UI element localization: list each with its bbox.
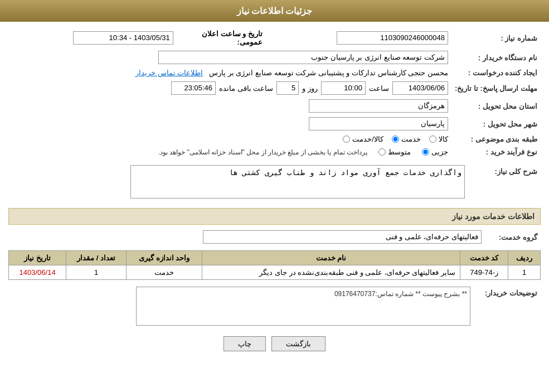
- creator-text: محسن حتجی کارشناس تدارکات و پشتیبانی شرک…: [209, 69, 448, 77]
- col-service-code: کد خدمت: [460, 251, 508, 265]
- buyer-notes-row: توضیحات خریدار: ** بشرح پیوست ** شماره ت…: [8, 284, 541, 328]
- purchase-type-label: نوع فرآیند خرید :: [451, 146, 541, 158]
- services-header-row: ردیف کد خدمت نام خدمت واحد اندازه گیری ت…: [9, 251, 541, 265]
- main-content: شماره نیاز : 1103090246000048 تاریخ و سا…: [0, 22, 549, 365]
- services-table-body: 1 ز-74-749 سایر فعالیتهای حرفه‌ای، علمی …: [9, 265, 541, 280]
- deadline-label: مهلت ارسال پاسخ: تا تاریخ:: [451, 79, 541, 97]
- col-quantity: تعداد / مقدار: [66, 251, 127, 265]
- creator-label: ایجاد کننده درخواست :: [451, 66, 541, 79]
- cell-quantity: 1: [66, 265, 127, 280]
- col-row-num: ردیف: [508, 251, 541, 265]
- service-group-label: گروه خدمت:: [485, 228, 541, 246]
- category-kala-khedmat-radio[interactable]: [343, 135, 350, 143]
- city-value: پارسیان: [8, 115, 451, 133]
- purchase-jozi-option[interactable]: جزیی: [422, 148, 448, 156]
- deadline-row: مهلت ارسال پاسخ: تا تاریخ: 1403/06/06 سا…: [8, 79, 541, 97]
- response-remaining-field: 23:05:46: [171, 81, 216, 95]
- request-number-field: 1103090246000048: [337, 31, 448, 45]
- back-button[interactable]: بازگشت: [271, 336, 325, 351]
- purchase-note: پرداخت تمام یا بخشی از مبلغ خریدار از مح…: [158, 148, 367, 156]
- description-textarea[interactable]: واگذاری خدمات جمع آوری مواد زاند و طناب …: [130, 165, 465, 199]
- buyer-notes-value: ** بشرح پیوست ** شماره تماس:09176470737: [8, 284, 474, 328]
- request-number-row: شماره نیاز : 1103090246000048 تاریخ و سا…: [8, 27, 541, 49]
- page-header: جزئیات اطلاعات نیاز: [0, 0, 549, 22]
- col-unit: واحد اندازه گیری: [127, 251, 202, 265]
- category-kala-khedmat-option[interactable]: کالا/خدمت: [343, 135, 383, 143]
- page-container: جزئیات اطلاعات نیاز شماره نیاز : 1103090…: [0, 0, 549, 392]
- info-table: شماره نیاز : 1103090246000048 تاریخ و سا…: [8, 27, 541, 158]
- announce-date-field: 1403/05/31 - 10:34: [73, 31, 173, 45]
- category-kala-khedmat-label: کالا/خدمت: [352, 135, 383, 143]
- description-row: شرح کلی نیاز: واگذاری خدمات جمع آوری موا…: [8, 163, 541, 202]
- creator-value: محسن حتجی کارشناس تدارکات و پشتیبانی شرک…: [8, 66, 451, 79]
- creator-link[interactable]: اطلاعات تماس خریدار: [135, 69, 203, 77]
- response-time-label: ساعت: [369, 84, 389, 93]
- city-field: پارسیان: [309, 117, 448, 130]
- purchase-type-value: جزیی متوسط پرداخت تمام یا بخشی از مبلغ خ…: [8, 146, 451, 158]
- category-khedmat-radio[interactable]: [392, 135, 399, 143]
- services-section-title: اطلاعات خدمات مورد نیاز: [8, 208, 541, 225]
- request-number-value: 1103090246000048: [266, 27, 451, 49]
- page-title: جزئیات اطلاعات نیاز: [237, 6, 313, 16]
- buyer-notes-table: توضیحات خریدار: ** بشرح پیوست ** شماره ت…: [8, 284, 541, 328]
- purchase-jozi-label: جزیی: [431, 148, 448, 156]
- response-remaining-label: ساعت باقی مانده: [219, 84, 273, 93]
- response-date-field: 1403/06/06: [392, 81, 448, 95]
- service-group-value: فعالیتهای حرفه‌ای، علمی و فنی: [8, 228, 485, 246]
- buyer-name-field: شرکت توسعه صنایع انرژی بر پارسیان جنوب: [158, 51, 448, 64]
- deadline-value: 1403/06/06 ساعت 10:00 روز و 5 ساعت باقی …: [8, 79, 451, 97]
- buyer-name-row: نام دستگاه خریدار : شرکت توسعه صنایع انر…: [8, 49, 541, 66]
- announce-date-value: 1403/05/31 - 10:34: [8, 27, 177, 49]
- description-table: شرح کلی نیاز: واگذاری خدمات جمع آوری موا…: [8, 163, 541, 202]
- response-days-field: 5: [276, 81, 299, 95]
- service-group-row: گروه خدمت: فعالیتهای حرفه‌ای، علمی و فنی: [8, 228, 541, 246]
- category-khedmat-option[interactable]: خدمت: [392, 135, 421, 143]
- service-group-table: گروه خدمت: فعالیتهای حرفه‌ای، علمی و فنی: [8, 228, 541, 246]
- table-row: 1 ز-74-749 سایر فعالیتهای حرفه‌ای، علمی …: [9, 265, 541, 280]
- services-table-head: ردیف کد خدمت نام خدمت واحد اندازه گیری ت…: [9, 251, 541, 265]
- buttons-row: بازگشت چاپ: [8, 336, 541, 351]
- category-radio-group: کالا خدمت کالا/خدمت: [343, 135, 448, 143]
- services-table: ردیف کد خدمت نام خدمت واحد اندازه گیری ت…: [8, 250, 541, 280]
- request-number-label: شماره نیاز :: [451, 27, 541, 49]
- province-row: استان محل تحویل : هرمزگان: [8, 97, 541, 115]
- cell-row-num: 1: [508, 265, 541, 280]
- category-kala-label: کالا: [439, 135, 448, 143]
- category-khedmat-label: خدمت: [401, 135, 421, 143]
- cell-date: 1403/06/14: [9, 265, 66, 280]
- buyer-notes-text: ** بشرح پیوست ** شماره تماس:09176470737: [334, 290, 467, 298]
- service-group-field: فعالیتهای حرفه‌ای، علمی و فنی: [203, 230, 482, 244]
- col-service-name: نام خدمت: [202, 251, 460, 265]
- province-value: هرمزگان: [8, 97, 451, 115]
- buyer-notes-label: توضیحات خریدار:: [474, 284, 541, 328]
- cell-unit: خدمت: [127, 265, 202, 280]
- buyer-name-value: شرکت توسعه صنایع انرژی بر پارسیان جنوب: [8, 49, 451, 66]
- city-label: شهر محل تحویل :: [451, 115, 541, 133]
- deadline-inputs: 1403/06/06 ساعت 10:00 روز و 5 ساعت باقی …: [12, 81, 448, 95]
- category-options: کالا خدمت کالا/خدمت: [8, 133, 451, 146]
- response-days-label: روز و: [302, 84, 318, 93]
- purchase-motavaset-radio[interactable]: [378, 148, 386, 156]
- category-kala-option[interactable]: کالا: [429, 135, 448, 143]
- creator-row: ایجاد کننده درخواست : محسن حتجی کارشناس …: [8, 66, 541, 79]
- purchase-motavaset-option[interactable]: متوسط: [378, 148, 411, 156]
- response-time-field: 10:00: [321, 81, 366, 95]
- buyer-notes-field: ** بشرح پیوست ** شماره تماس:09176470737: [136, 287, 470, 326]
- purchase-type-row: نوع فرآیند خرید : جزیی متوسط پرداخت تمام…: [8, 146, 541, 158]
- announce-date-label: تاریخ و ساعت اعلان عمومی:: [177, 27, 266, 49]
- purchase-type-container: جزیی متوسط پرداخت تمام یا بخشی از مبلغ خ…: [12, 148, 448, 156]
- category-kala-radio[interactable]: [429, 135, 436, 143]
- cell-service-code: ز-74-749: [460, 265, 508, 280]
- description-label: شرح کلی نیاز:: [468, 163, 541, 202]
- description-value: واگذاری خدمات جمع آوری مواد زاند و طناب …: [8, 163, 468, 202]
- purchase-motavaset-label: متوسط: [388, 148, 411, 156]
- province-label: استان محل تحویل :: [451, 97, 541, 115]
- purchase-jozi-radio[interactable]: [422, 148, 429, 156]
- print-button[interactable]: چاپ: [224, 336, 266, 351]
- province-field: هرمزگان: [309, 99, 448, 113]
- cell-service-name: سایر فعالیتهای حرفه‌ای، علمی و فنی طبقه‌…: [202, 265, 460, 280]
- city-row: شهر محل تحویل : پارسیان: [8, 115, 541, 133]
- category-label: طبقه بندی موضوعی :: [451, 133, 541, 146]
- buyer-name-label: نام دستگاه خریدار :: [451, 49, 541, 66]
- col-date: تاریخ نیاز: [9, 251, 66, 265]
